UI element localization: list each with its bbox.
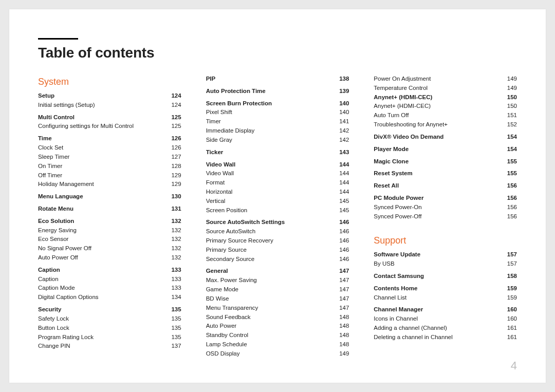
toc-label: BD Wise	[206, 294, 232, 304]
toc-row: Security135	[38, 305, 181, 314]
toc-row: Primary Source146	[206, 246, 349, 255]
toc-label: Synced Power-Off	[374, 212, 424, 221]
toc-label: Magic Clone	[374, 157, 412, 166]
toc-page: 146	[331, 227, 349, 236]
toc-row: Reset All156	[374, 181, 517, 191]
toc-page: 156	[499, 212, 517, 221]
toc-page: 161	[499, 324, 517, 333]
toc-row: Eco Sensor132	[38, 235, 181, 244]
toc-row: Troubleshooting for Anynet+152	[374, 120, 517, 129]
toc-page: 155	[499, 169, 517, 178]
toc-label: OSD Display	[206, 349, 243, 359]
toc-page: 138	[331, 74, 349, 84]
toc-page: 124	[164, 101, 181, 110]
toc-page: 146	[331, 236, 349, 246]
toc-page: 129	[164, 180, 181, 189]
toc-page: 144	[331, 160, 349, 170]
toc-label: Eco Solution	[38, 217, 77, 226]
toc-page: 133	[164, 284, 181, 293]
toc-row: Eco Solution132	[38, 217, 181, 226]
toc-row: Initial settings (Setup)124	[38, 101, 181, 110]
toc-label: Setup	[38, 91, 58, 101]
toc-label: Caption Mode	[38, 284, 78, 293]
toc-label: Anynet+ (HDMI-CEC)	[374, 102, 434, 111]
toc-label: Eco Sensor	[38, 235, 71, 244]
toc-page: 148	[331, 313, 349, 322]
toc-label: No Signal Power Off	[38, 244, 95, 253]
toc-label: Video Wall	[206, 169, 237, 178]
toc-label: Max. Power Saving	[206, 276, 260, 285]
toc-label: Multi Control	[38, 113, 78, 122]
toc-label: Software Update	[374, 250, 423, 259]
toc-row: Synced Power-Off156	[374, 212, 517, 221]
toc-label: Anynet+ (HDMI-CEC)	[374, 93, 435, 102]
toc-label: Safety Lock	[38, 314, 72, 324]
toc-label: DivX® Video On Demand	[374, 133, 447, 142]
toc-row: Secondary Source146	[206, 255, 349, 264]
title-rule	[38, 38, 78, 40]
toc-label: Format	[206, 178, 228, 188]
toc-label: General	[206, 267, 231, 276]
toc-label: Primary Source Recovery	[206, 236, 276, 246]
toc-page: 135	[164, 333, 181, 342]
toc-label: Security	[38, 305, 64, 314]
toc-row: Holiday Management129	[38, 180, 181, 189]
toc-row: Ticker143	[206, 148, 349, 157]
document-page: Table of contents SystemSetup124Initial …	[9, 9, 546, 383]
toc-row: Max. Power Saving147	[206, 276, 349, 285]
toc-row: PIP138	[206, 74, 349, 84]
toc-page: 159	[499, 284, 517, 293]
toc-label: Auto Power Off	[38, 253, 81, 263]
toc-page: 147	[331, 294, 349, 304]
toc-page: 148	[331, 331, 349, 340]
toc-row: Anynet+ (HDMI-CEC)150	[374, 93, 517, 102]
toc-row: Pixel Shift140	[206, 108, 349, 117]
toc-row: Digital Caption Options134	[38, 293, 181, 302]
toc-label: Temperature Control	[374, 84, 431, 93]
toc-page: 157	[499, 259, 517, 269]
toc-page: 147	[331, 267, 349, 276]
toc-page: 147	[331, 285, 349, 294]
toc-row: Synced Power-On156	[374, 203, 517, 212]
toc-label: Power On Adjustment	[374, 74, 434, 84]
toc-row: Safety Lock135	[38, 314, 181, 324]
toc-page: 135	[164, 314, 181, 324]
toc-row: Clock Set126	[38, 143, 181, 153]
toc-page: 148	[331, 322, 349, 331]
toc-label: Channel Manager	[374, 305, 426, 314]
toc-label: Reset All	[374, 181, 402, 191]
toc-page: 159	[499, 293, 517, 303]
toc-page: 141	[331, 117, 349, 126]
toc-label: Player Mode	[374, 145, 412, 154]
toc-label: Menu Transparency	[206, 304, 262, 313]
toc-label: Auto Turn Off	[374, 111, 412, 120]
toc-label: Program Rating Lock	[38, 333, 97, 342]
toc-label: Auto Power	[206, 322, 239, 331]
toc-page: 147	[331, 276, 349, 285]
toc-page: 149	[499, 84, 517, 93]
toc-label: Side Gray	[206, 136, 235, 145]
toc-row: Side Gray142	[206, 136, 349, 145]
toc-row: By USB157	[374, 259, 517, 269]
toc-label: Sleep Timer	[38, 153, 72, 162]
toc-row: Vertical145	[206, 197, 349, 206]
toc-page: 150	[499, 102, 517, 111]
toc-row: Contents Home159	[374, 284, 517, 293]
toc-columns: SystemSetup124Initial settings (Setup)12…	[38, 74, 517, 362]
toc-label: Standby Control	[206, 331, 251, 340]
toc-label: Clock Set	[38, 143, 66, 153]
toc-row: Off Timer129	[38, 171, 181, 180]
toc-row: Screen Burn Protection140	[206, 99, 349, 108]
toc-page: 154	[499, 133, 517, 142]
toc-page: 129	[164, 171, 181, 180]
toc-page: 125	[164, 122, 181, 131]
toc-page: 145	[331, 197, 349, 206]
toc-page: 132	[164, 226, 181, 235]
toc-row: Format144	[206, 178, 349, 188]
toc-row: PC Module Power156	[374, 194, 517, 203]
toc-row: Anynet+ (HDMI-CEC)150	[374, 102, 517, 111]
toc-row: Energy Saving132	[38, 226, 181, 235]
toc-row: Time126	[38, 134, 181, 143]
toc-label: Video Wall	[206, 160, 239, 170]
toc-label: Synced Power-On	[374, 203, 424, 212]
